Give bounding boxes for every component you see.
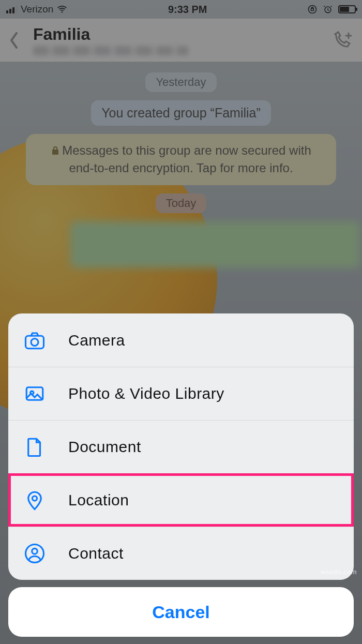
svg-rect-2: [311, 8, 314, 10]
sheet-item-camera[interactable]: Camera: [8, 313, 354, 367]
sheet-item-label: Photo & Video Library: [68, 385, 224, 402]
cancel-button[interactable]: Cancel: [8, 587, 354, 637]
sheet-item-label: Camera: [68, 332, 125, 349]
clock-label: 9:33 PM: [68, 4, 307, 16]
sheet-item-label: Contact: [68, 545, 124, 562]
svg-point-1: [309, 6, 316, 13]
sheet-item-contact[interactable]: Contact: [8, 527, 354, 580]
sheet-item-label: Document: [68, 438, 141, 456]
call-add-icon[interactable]: [330, 28, 355, 53]
carrier-label: Verizon: [21, 4, 53, 15]
cancel-label: Cancel: [152, 602, 210, 622]
alarm-icon: [323, 4, 333, 14]
camera-icon: [24, 330, 46, 351]
person-circle-icon: [24, 543, 46, 564]
battery-icon: [338, 5, 356, 13]
svg-point-8: [32, 496, 37, 501]
pin-icon: [24, 489, 46, 511]
sheet-item-photo-video[interactable]: Photo & Video Library: [8, 367, 354, 420]
watermark: wsxdn.com: [321, 568, 357, 576]
sheet-item-label: Location: [68, 491, 129, 509]
chat-subtitle-redacted: [33, 46, 188, 55]
wifi-icon: [56, 4, 68, 15]
svg-point-5: [31, 338, 38, 346]
image-icon: [24, 383, 46, 405]
chat-title[interactable]: Familia: [33, 25, 330, 44]
rotation-lock-icon: [307, 4, 318, 14]
date-badge-today: Today: [156, 193, 207, 213]
sheet-item-document[interactable]: Document: [8, 420, 354, 473]
date-badge-yesterday: Yesterday: [145, 72, 216, 92]
file-icon: [24, 436, 46, 458]
encryption-notice[interactable]: Messages to this group are now secured w…: [26, 134, 336, 185]
chat-header: Familia: [0, 19, 362, 62]
svg-point-0: [62, 11, 63, 13]
lock-icon: [51, 143, 60, 160]
encryption-text: Messages to this group are now secured w…: [62, 143, 311, 175]
svg-point-10: [32, 548, 38, 554]
svg-rect-4: [26, 336, 44, 349]
message-redacted: [70, 221, 360, 268]
attachment-action-sheet: Camera Photo & Video Library Document Lo…: [8, 313, 354, 637]
signal-icon: [6, 6, 18, 13]
status-bar: Verizon 9:33 PM: [0, 0, 362, 19]
back-icon[interactable]: [7, 29, 21, 52]
system-message: You created group “Familia”: [91, 100, 271, 126]
chat-body: Yesterday You created group “Familia” Me…: [0, 62, 362, 278]
sheet-item-location[interactable]: Location: [8, 473, 354, 527]
